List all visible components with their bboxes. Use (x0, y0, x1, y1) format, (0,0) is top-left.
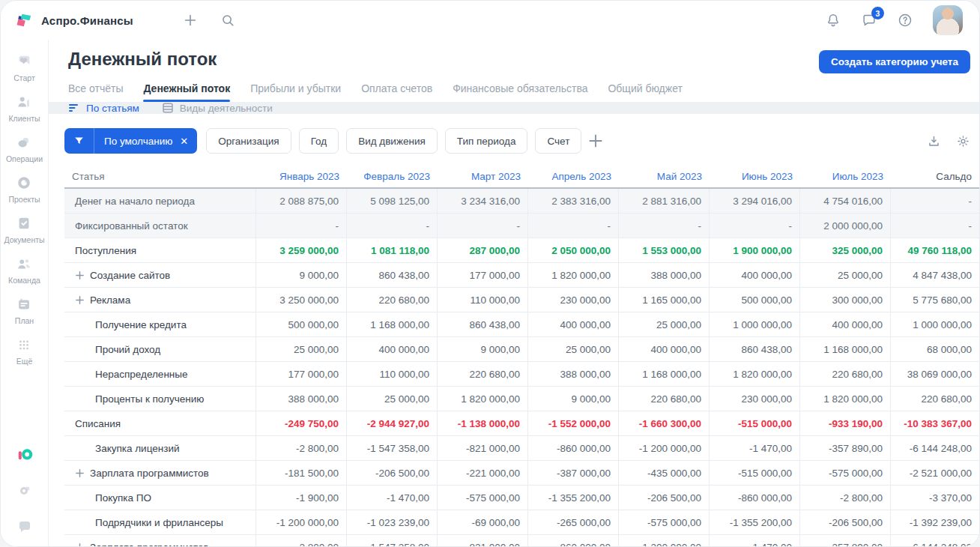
team-icon (16, 256, 32, 272)
active-filter-button[interactable]: По умолчанию ✕ (64, 128, 197, 154)
month-value-cell: -1 138 000,00 (438, 411, 528, 435)
month-value-cell: -860 000,00 (710, 486, 800, 510)
row-label-cell[interactable]: Закупка лицензий (64, 436, 256, 460)
row-label-cell[interactable]: Подрядчики и фрилансеры (64, 510, 256, 534)
gear-icon[interactable] (956, 134, 970, 148)
month-value-cell: 230 000,00 (710, 387, 800, 411)
month-value-cell: -206 500,00 (800, 510, 891, 534)
month-value-cell: -206 500,00 (619, 486, 710, 510)
brand-name: Аспро.Финансы (41, 14, 133, 27)
month-value-cell: 220 680,00 (619, 387, 710, 411)
sidebar-nav: СтартКлиентыОперацииПроектыДокументыКома… (4, 53, 44, 377)
help-icon[interactable] (897, 12, 913, 28)
subtab-activity-types[interactable]: Виды деятельности (162, 102, 273, 114)
row-label-cell[interactable]: Фиксированный остаток (64, 214, 256, 238)
month-value-cell: -2 800,00 (256, 535, 347, 547)
row-label-cell[interactable]: Списания (64, 411, 256, 435)
user-avatar[interactable] (933, 5, 963, 35)
month-value-cell: -1 470,00 (710, 535, 800, 547)
month-value-cell: -206 500,00 (347, 461, 438, 485)
month-value-cell: -357 890,00 (800, 436, 891, 460)
month-value-cell: 9 000,00 (256, 263, 347, 287)
column-header-month[interactable]: Июль 2023 (800, 165, 891, 187)
expand-plus-icon[interactable] (75, 295, 85, 305)
funnel-icon[interactable] (64, 128, 94, 154)
bell-icon[interactable] (825, 12, 841, 28)
sidebar-item-start[interactable]: Старт (4, 53, 44, 82)
expand-plus-icon[interactable] (75, 543, 85, 547)
tab-3[interactable]: Оплата счетов (361, 82, 432, 102)
sidebar-item-plan[interactable]: План (4, 296, 44, 325)
month-value-cell: 25 000,00 (528, 337, 619, 361)
operations-icon (16, 134, 32, 151)
row-label-cell[interactable]: Получение кредита (64, 312, 256, 336)
settings-gear-icon[interactable] (16, 482, 34, 500)
saldo-value-cell: 38 069 000,00 (891, 362, 980, 386)
sidebar-item-more[interactable]: Ещё (4, 336, 44, 366)
month-value-cell: 1 820 000,00 (528, 263, 619, 287)
filter-chip[interactable]: Год (299, 128, 339, 154)
tab-2[interactable]: Прибыли и убытки (250, 82, 341, 102)
expand-plus-icon[interactable] (75, 468, 85, 478)
create-category-button[interactable]: Создать категорию учета (819, 50, 970, 73)
column-header-month[interactable]: Июнь 2023 (710, 165, 800, 187)
row-label-cell[interactable]: Покупка ПО (64, 486, 256, 510)
month-value-cell: 9 000,00 (438, 337, 528, 361)
month-value-cell: -2 800,00 (800, 486, 891, 510)
tab-0[interactable]: Все отчёты (68, 82, 123, 102)
row-label-cell[interactable]: Зарплата программистов (64, 461, 256, 485)
expand-plus-icon[interactable] (75, 271, 85, 280)
month-value-cell: 5 098 125,00 (347, 189, 438, 213)
row-label-cell[interactable]: Денег на начало периода (64, 189, 256, 213)
month-value-cell: 1 820 000,00 (800, 387, 891, 411)
tab-5[interactable]: Общий бюджет (608, 82, 682, 102)
row-label-cell[interactable]: Нераспределенные (64, 362, 256, 386)
sidebar-item-documents[interactable]: Документы (4, 215, 44, 244)
saldo-value-cell: -6 144 248,00 (891, 436, 980, 460)
sidebar-item-operations[interactable]: Операции (4, 134, 44, 163)
filter-chip[interactable]: Счет (535, 128, 581, 154)
month-value-cell: 3 250 000,00 (256, 288, 347, 312)
filter-chip[interactable]: Организация (206, 128, 291, 154)
month-value-cell: -181 500,00 (256, 461, 347, 485)
column-header-month[interactable]: Март 2023 (438, 165, 528, 187)
product-logo-icon[interactable] (16, 446, 34, 464)
row-label-cell[interactable]: Прочий доход (64, 337, 256, 361)
row-label: Закупка лицензий (95, 443, 179, 454)
filter-chip[interactable]: Вид движения (346, 128, 438, 154)
row-label-cell[interactable]: Создание сайтов (64, 263, 256, 287)
column-header-month[interactable]: Январь 2023 (256, 165, 347, 187)
filter-chip[interactable]: Тип периода (445, 128, 528, 154)
sidebar-item-projects[interactable]: Проекты (4, 175, 44, 204)
column-header-month[interactable]: Февраль 2023 (347, 165, 438, 187)
column-header-month[interactable]: Апрель 2023 (528, 165, 619, 187)
download-icon[interactable] (927, 134, 941, 148)
month-value-cell: -1 200 000,00 (256, 510, 347, 534)
layers-icon (162, 102, 174, 114)
search-icon[interactable] (220, 12, 236, 28)
column-header-month[interactable]: Май 2023 (619, 165, 710, 187)
row-label: Поступления (75, 245, 136, 256)
row-label: Покупка ПО (95, 492, 151, 504)
row-label-cell[interactable]: Реклама (64, 288, 256, 312)
clear-filter-icon[interactable]: ✕ (178, 136, 197, 147)
cashflow-table: СтатьяЯнварь 2023Февраль 2023Март 2023Ап… (64, 165, 979, 547)
add-filter-icon[interactable] (586, 131, 605, 151)
main-content: Денежный поток Создать категорию учета В… (49, 40, 979, 546)
more-icon (16, 336, 32, 353)
month-value-cell: -575 000,00 (619, 510, 710, 534)
subtab-by-articles[interactable]: По статьям (68, 102, 139, 114)
filter-chips: ОрганизацияГодВид движенияТип периодаСче… (206, 128, 581, 154)
table-row: Фиксированный остаток------2 000 000,00- (64, 214, 979, 238)
saldo-value-cell: 5 775 680,00 (891, 288, 980, 312)
row-label-cell[interactable]: Поступления (64, 238, 256, 262)
add-icon[interactable] (182, 12, 199, 28)
month-value-cell: - (528, 214, 619, 238)
row-label-cell[interactable]: Проценты к получению (64, 387, 256, 411)
tab-cashflow-active[interactable]: Денежный поток (143, 82, 230, 102)
support-chat-icon[interactable] (16, 518, 34, 536)
sidebar-item-team[interactable]: Команда (4, 256, 44, 285)
tab-4[interactable]: Финансовые обязательства (453, 82, 587, 102)
sidebar-item-clients[interactable]: Клиенты (4, 94, 44, 123)
row-label-cell[interactable]: Зарплата программистов (64, 535, 256, 547)
